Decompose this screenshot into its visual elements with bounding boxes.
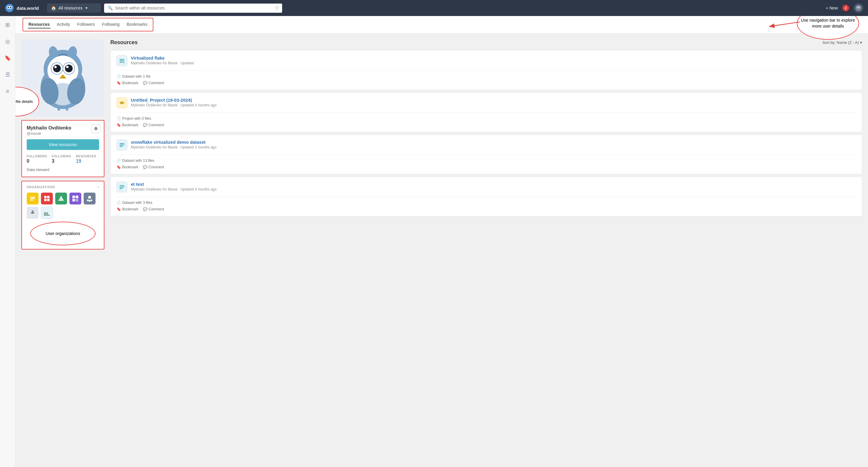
- resource-meta-1: Mykhailo Ovdiienko for 8bank · Updated: [131, 61, 856, 65]
- resource-dropdown-label: All resources: [58, 6, 83, 10]
- tabs-section: Resources Activity Followers Following B…: [16, 16, 868, 33]
- org-icon-4[interactable]: [69, 193, 81, 204]
- sidebar-item-code[interactable]: ≡: [2, 86, 13, 97]
- tab-activity[interactable]: Activity: [56, 21, 71, 28]
- org-icon-5[interactable]: [84, 193, 95, 204]
- dataset-icon-1: [117, 56, 127, 66]
- svg-rect-29: [66, 107, 68, 110]
- comment-label-2: Comment: [149, 123, 164, 127]
- file-count-4: 3 files: [143, 201, 152, 205]
- tab-bookmarks[interactable]: Bookmarks: [126, 21, 148, 28]
- bookmark-action-3[interactable]: 🔖 Bookmark: [117, 165, 138, 169]
- org-icons-grid: [27, 193, 99, 204]
- filter-icon: ▽: [275, 5, 279, 11]
- comment-icon-4: 💬: [143, 207, 148, 211]
- left-sidebar: ⊞ ◎ 🔖 ☰ ≡: [0, 16, 16, 467]
- resource-meta-2: Mykhailo Ovdiienko for 8bank · Updated 4…: [131, 103, 856, 107]
- svg-point-53: [31, 211, 32, 212]
- org-title: ORGANIZATIONS ›: [27, 185, 99, 189]
- search-input[interactable]: [115, 6, 273, 10]
- svg-rect-31: [30, 197, 35, 198]
- tabs-nav: Resources Activity Followers Following B…: [23, 18, 153, 31]
- svg-rect-63: [120, 143, 124, 144]
- resource-info-2: Untitled_Project (19-03-2024) Mykhailo O…: [131, 98, 856, 109]
- file-icon-1: 📄: [117, 74, 121, 78]
- project-svg-2: [119, 100, 125, 106]
- comment-action-2[interactable]: 💬 Comment: [143, 123, 164, 127]
- org-icon-7[interactable]: ini: [41, 207, 53, 219]
- data-role: Data steward: [27, 167, 99, 172]
- svg-rect-44: [72, 199, 75, 201]
- view-resources-button[interactable]: View resources: [27, 139, 99, 150]
- org-icon-2[interactable]: [41, 193, 53, 204]
- comment-action-4[interactable]: 💬 Comment: [143, 207, 164, 211]
- svg-rect-65: [120, 146, 123, 147]
- resource-files-4: 📄 Dataset with 3 files: [117, 201, 856, 205]
- dataset-svg-3: [119, 142, 125, 148]
- user-avatar-nav[interactable]: [854, 3, 863, 13]
- nav-callout-text: Use navigation bar to explore more user …: [797, 18, 859, 29]
- resource-name-2[interactable]: Untitled_Project (19-03-2024): [131, 98, 856, 103]
- sort-label: Sort by: Name (Z - A): [822, 40, 859, 45]
- sidebar-item-circle[interactable]: ◎: [2, 36, 13, 47]
- org-chevron-icon: ›: [98, 185, 99, 189]
- bookmark-label-2: Bookmark: [122, 123, 138, 127]
- sidebar-item-grid[interactable]: ⊞: [2, 20, 13, 30]
- new-button[interactable]: + New: [826, 6, 838, 10]
- comment-label-3: Comment: [149, 165, 164, 169]
- dropdown-chevron-icon: ▼: [85, 6, 88, 10]
- tab-following[interactable]: Following: [101, 21, 120, 28]
- stat-following: FOLLOWING 3: [52, 155, 71, 164]
- resource-name-4[interactable]: et test: [131, 181, 856, 187]
- svg-point-23: [66, 66, 68, 68]
- svg-point-21: [65, 65, 73, 72]
- org-logo-7: ini: [43, 209, 51, 217]
- org-callout-area: User organizations: [27, 219, 99, 245]
- gear-button[interactable]: ⚙: [91, 124, 100, 133]
- tab-followers[interactable]: Followers: [76, 21, 95, 28]
- file-count-1: 1 file: [143, 74, 150, 78]
- resource-name-3[interactable]: snowflake virtualized demo dataset: [131, 140, 856, 144]
- resources-stat-label: RESOURCES: [76, 155, 96, 158]
- org-title-text: ORGANIZATIONS: [27, 186, 55, 189]
- profile-info-card: Mykhailo Ovdiienko @movdi ⚙ View resourc…: [21, 120, 104, 177]
- resource-info-1: Virtualized flake Mykhailo Ovdiienko for…: [131, 56, 856, 67]
- org-logo-2: [43, 194, 51, 203]
- bookmark-action-4[interactable]: 🔖 Bookmark: [117, 207, 138, 211]
- bookmark-action-1[interactable]: 🔖 Bookmark: [117, 81, 138, 85]
- resource-name-1[interactable]: Virtualized flake: [131, 56, 856, 61]
- svg-rect-58: [44, 215, 50, 215]
- svg-point-10: [859, 7, 860, 8]
- dataset-svg-1: [119, 58, 125, 64]
- sort-chevron-icon: ▾: [860, 40, 862, 45]
- svg-point-22: [54, 66, 57, 68]
- bookmark-label-1: Bookmark: [122, 81, 138, 85]
- sort-dropdown[interactable]: Sort by: Name (Z - A) ▾: [822, 40, 862, 45]
- logo-owl-icon: [5, 3, 14, 13]
- comment-action-3[interactable]: 💬 Comment: [143, 165, 164, 169]
- org-logo-5: [86, 194, 94, 203]
- svg-point-49: [89, 200, 91, 202]
- comment-action-1[interactable]: 💬 Comment: [143, 81, 164, 85]
- svg-point-20: [53, 65, 61, 72]
- tab-resources[interactable]: Resources: [28, 21, 51, 28]
- svg-rect-66: [120, 185, 124, 186]
- followers-label: FOLLOWERS: [27, 155, 47, 158]
- resource-meta-4: Mykhailo Ovdiienko for 8bank · Updated 3…: [131, 187, 856, 192]
- resource-actions-3: 🔖 Bookmark 💬 Comment: [117, 165, 856, 169]
- bookmark-action-2[interactable]: 🔖 Bookmark: [117, 123, 138, 127]
- resource-info-3: snowflake virtualized demo dataset Mykha…: [131, 140, 856, 151]
- resource-dropdown[interactable]: 🏠 All resources ▼: [47, 4, 100, 12]
- file-icon-3: 📄: [117, 159, 121, 163]
- org-icon-6[interactable]: [27, 207, 38, 219]
- resource-card-1: Virtualized flake Mykhailo Ovdiienko for…: [111, 51, 862, 90]
- org-icon-3[interactable]: [55, 193, 67, 204]
- notification-badge[interactable]: 2: [842, 5, 849, 11]
- resource-actions-4: 🔖 Bookmark 💬 Comment: [117, 207, 856, 211]
- sidebar-item-bookmark[interactable]: 🔖: [2, 53, 13, 63]
- sidebar-item-list[interactable]: ☰: [2, 69, 13, 80]
- svg-point-50: [91, 199, 92, 201]
- org-icon-1[interactable]: [27, 193, 38, 204]
- comment-label-1: Comment: [149, 81, 164, 85]
- search-bar[interactable]: 🔍 ▽: [104, 4, 282, 13]
